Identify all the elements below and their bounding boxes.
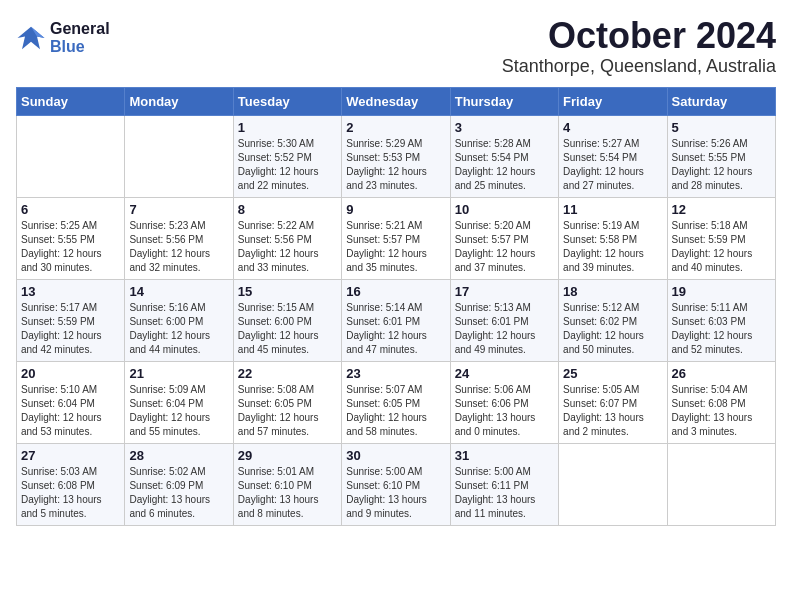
location-title: Stanthorpe, Queensland, Australia [502, 56, 776, 77]
day-cell: 14Sunrise: 5:16 AMSunset: 6:00 PMDayligh… [125, 279, 233, 361]
day-number: 30 [346, 448, 445, 463]
day-info: Sunrise: 5:10 AMSunset: 6:04 PMDaylight:… [21, 383, 120, 439]
day-number: 18 [563, 284, 662, 299]
day-cell: 23Sunrise: 5:07 AMSunset: 6:05 PMDayligh… [342, 361, 450, 443]
sunset-label: Sunset: 5:59 PM [672, 234, 746, 245]
sunset-label: Sunset: 6:04 PM [21, 398, 95, 409]
day-cell: 16Sunrise: 5:14 AMSunset: 6:01 PMDayligh… [342, 279, 450, 361]
day-cell: 5Sunrise: 5:26 AMSunset: 5:55 PMDaylight… [667, 115, 775, 197]
day-cell: 6Sunrise: 5:25 AMSunset: 5:55 PMDaylight… [17, 197, 125, 279]
day-info: Sunrise: 5:20 AMSunset: 5:57 PMDaylight:… [455, 219, 554, 275]
daylight-label: Daylight: 12 hours and 25 minutes. [455, 166, 536, 191]
sunrise-label: Sunrise: 5:13 AM [455, 302, 531, 313]
column-header-tuesday: Tuesday [233, 87, 341, 115]
sunrise-label: Sunrise: 5:03 AM [21, 466, 97, 477]
week-row-5: 27Sunrise: 5:03 AMSunset: 6:08 PMDayligh… [17, 443, 776, 525]
sunrise-label: Sunrise: 5:16 AM [129, 302, 205, 313]
daylight-label: Daylight: 13 hours and 11 minutes. [455, 494, 536, 519]
daylight-label: Daylight: 12 hours and 55 minutes. [129, 412, 210, 437]
day-number: 6 [21, 202, 120, 217]
sunrise-label: Sunrise: 5:04 AM [672, 384, 748, 395]
sunrise-label: Sunrise: 5:06 AM [455, 384, 531, 395]
day-info: Sunrise: 5:15 AMSunset: 6:00 PMDaylight:… [238, 301, 337, 357]
daylight-label: Daylight: 12 hours and 52 minutes. [672, 330, 753, 355]
day-number: 8 [238, 202, 337, 217]
title-section: October 2024 Stanthorpe, Queensland, Aus… [502, 16, 776, 77]
week-row-3: 13Sunrise: 5:17 AMSunset: 5:59 PMDayligh… [17, 279, 776, 361]
day-cell: 20Sunrise: 5:10 AMSunset: 6:04 PMDayligh… [17, 361, 125, 443]
day-info: Sunrise: 5:06 AMSunset: 6:06 PMDaylight:… [455, 383, 554, 439]
sunset-label: Sunset: 5:53 PM [346, 152, 420, 163]
day-info: Sunrise: 5:03 AMSunset: 6:08 PMDaylight:… [21, 465, 120, 521]
svg-marker-0 [18, 26, 45, 49]
day-cell: 17Sunrise: 5:13 AMSunset: 6:01 PMDayligh… [450, 279, 558, 361]
day-info: Sunrise: 5:02 AMSunset: 6:09 PMDaylight:… [129, 465, 228, 521]
sunset-label: Sunset: 6:10 PM [346, 480, 420, 491]
day-number: 23 [346, 366, 445, 381]
day-cell: 4Sunrise: 5:27 AMSunset: 5:54 PMDaylight… [559, 115, 667, 197]
day-info: Sunrise: 5:28 AMSunset: 5:54 PMDaylight:… [455, 137, 554, 193]
day-cell: 2Sunrise: 5:29 AMSunset: 5:53 PMDaylight… [342, 115, 450, 197]
sunrise-label: Sunrise: 5:08 AM [238, 384, 314, 395]
day-cell: 30Sunrise: 5:00 AMSunset: 6:10 PMDayligh… [342, 443, 450, 525]
week-row-1: 1Sunrise: 5:30 AMSunset: 5:52 PMDaylight… [17, 115, 776, 197]
sunrise-label: Sunrise: 5:25 AM [21, 220, 97, 231]
day-number: 4 [563, 120, 662, 135]
day-cell: 25Sunrise: 5:05 AMSunset: 6:07 PMDayligh… [559, 361, 667, 443]
sunrise-label: Sunrise: 5:05 AM [563, 384, 639, 395]
sunset-label: Sunset: 6:10 PM [238, 480, 312, 491]
day-number: 17 [455, 284, 554, 299]
day-number: 21 [129, 366, 228, 381]
day-info: Sunrise: 5:25 AMSunset: 5:55 PMDaylight:… [21, 219, 120, 275]
daylight-label: Daylight: 12 hours and 30 minutes. [21, 248, 102, 273]
daylight-label: Daylight: 12 hours and 40 minutes. [672, 248, 753, 273]
day-number: 14 [129, 284, 228, 299]
day-number: 22 [238, 366, 337, 381]
daylight-label: Daylight: 12 hours and 33 minutes. [238, 248, 319, 273]
day-number: 5 [672, 120, 771, 135]
day-cell [559, 443, 667, 525]
daylight-label: Daylight: 12 hours and 37 minutes. [455, 248, 536, 273]
page-header: General Blue October 2024 Stanthorpe, Qu… [16, 16, 776, 77]
day-cell: 13Sunrise: 5:17 AMSunset: 5:59 PMDayligh… [17, 279, 125, 361]
daylight-label: Daylight: 12 hours and 39 minutes. [563, 248, 644, 273]
day-info: Sunrise: 5:09 AMSunset: 6:04 PMDaylight:… [129, 383, 228, 439]
sunset-label: Sunset: 5:59 PM [21, 316, 95, 327]
day-info: Sunrise: 5:08 AMSunset: 6:05 PMDaylight:… [238, 383, 337, 439]
sunrise-label: Sunrise: 5:00 AM [346, 466, 422, 477]
sunset-label: Sunset: 6:01 PM [346, 316, 420, 327]
day-info: Sunrise: 5:04 AMSunset: 6:08 PMDaylight:… [672, 383, 771, 439]
daylight-label: Daylight: 12 hours and 32 minutes. [129, 248, 210, 273]
header-row: SundayMondayTuesdayWednesdayThursdayFrid… [17, 87, 776, 115]
day-number: 28 [129, 448, 228, 463]
day-number: 31 [455, 448, 554, 463]
sunset-label: Sunset: 6:05 PM [346, 398, 420, 409]
daylight-label: Daylight: 12 hours and 44 minutes. [129, 330, 210, 355]
day-cell: 18Sunrise: 5:12 AMSunset: 6:02 PMDayligh… [559, 279, 667, 361]
day-cell: 9Sunrise: 5:21 AMSunset: 5:57 PMDaylight… [342, 197, 450, 279]
column-header-wednesday: Wednesday [342, 87, 450, 115]
sunset-label: Sunset: 5:57 PM [455, 234, 529, 245]
sunrise-label: Sunrise: 5:00 AM [455, 466, 531, 477]
day-cell: 8Sunrise: 5:22 AMSunset: 5:56 PMDaylight… [233, 197, 341, 279]
day-cell: 24Sunrise: 5:06 AMSunset: 6:06 PMDayligh… [450, 361, 558, 443]
sunrise-label: Sunrise: 5:09 AM [129, 384, 205, 395]
day-info: Sunrise: 5:18 AMSunset: 5:59 PMDaylight:… [672, 219, 771, 275]
daylight-label: Daylight: 12 hours and 22 minutes. [238, 166, 319, 191]
daylight-label: Daylight: 12 hours and 47 minutes. [346, 330, 427, 355]
column-header-sunday: Sunday [17, 87, 125, 115]
day-info: Sunrise: 5:22 AMSunset: 5:56 PMDaylight:… [238, 219, 337, 275]
month-title: October 2024 [502, 16, 776, 56]
day-cell: 10Sunrise: 5:20 AMSunset: 5:57 PMDayligh… [450, 197, 558, 279]
sunrise-label: Sunrise: 5:21 AM [346, 220, 422, 231]
sunset-label: Sunset: 6:04 PM [129, 398, 203, 409]
sunrise-label: Sunrise: 5:12 AM [563, 302, 639, 313]
day-info: Sunrise: 5:00 AMSunset: 6:11 PMDaylight:… [455, 465, 554, 521]
day-cell: 31Sunrise: 5:00 AMSunset: 6:11 PMDayligh… [450, 443, 558, 525]
day-number: 9 [346, 202, 445, 217]
daylight-label: Daylight: 12 hours and 23 minutes. [346, 166, 427, 191]
day-info: Sunrise: 5:17 AMSunset: 5:59 PMDaylight:… [21, 301, 120, 357]
day-number: 24 [455, 366, 554, 381]
day-cell: 22Sunrise: 5:08 AMSunset: 6:05 PMDayligh… [233, 361, 341, 443]
sunrise-label: Sunrise: 5:30 AM [238, 138, 314, 149]
